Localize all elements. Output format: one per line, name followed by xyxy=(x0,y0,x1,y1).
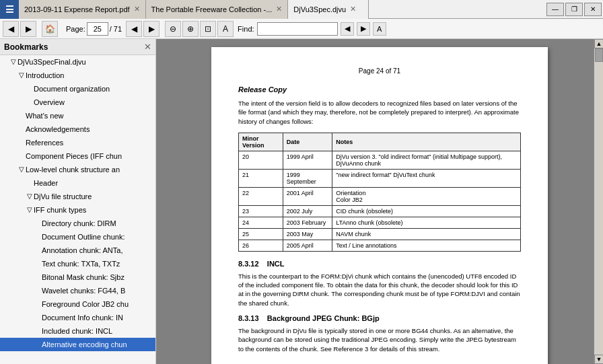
tree-item-label: Low-level chunk structure an xyxy=(26,164,120,175)
tree-item-label: Overview xyxy=(34,97,65,108)
tree-item-fg-color-chunk[interactable]: Foreground Color JB2 chu xyxy=(0,297,155,311)
close-button[interactable]: ✕ xyxy=(584,3,602,16)
title-bar: ☰ 2013-09-11 Expense Report.pdf ✕ The Po… xyxy=(0,0,603,19)
table-header-date: Date xyxy=(283,133,332,151)
table-cell: CID chunk (obsolete) xyxy=(332,205,521,217)
tree-item-label: Document organization xyxy=(34,83,110,94)
find-label: Find: xyxy=(238,25,254,33)
page-number: Page 24 of 71 xyxy=(238,67,521,75)
tree-item-header[interactable]: Header xyxy=(0,176,155,190)
table-cell: 26 xyxy=(239,240,283,251)
table-cell: 2005 April xyxy=(283,240,332,251)
tree-item-component-pieces[interactable]: Component Pieces (IFF chun xyxy=(0,149,155,163)
menu-button[interactable]: ☰ xyxy=(0,0,19,19)
toolbar-back[interactable]: ◀ xyxy=(3,21,19,37)
vertical-scrollbar[interactable]: ▲ ▼ xyxy=(594,39,603,364)
tree-item-acknowledgements[interactable]: Acknowledgements xyxy=(0,122,155,136)
find-prev[interactable]: ◀ xyxy=(341,22,354,36)
tree-item-label: Component Pieces (IFF chun xyxy=(26,151,122,161)
scroll-up-button[interactable]: ▲ xyxy=(594,39,603,48)
tree-item-label: DjVu file structure xyxy=(34,191,92,202)
section-8312-text: This is the counterpart to the FORM:DjVi… xyxy=(238,272,521,307)
tree-item-wavelet-chunk[interactable]: Wavelet chunks: FG44, B xyxy=(0,284,155,297)
tree-item-label: Document Outline chunk: xyxy=(42,231,125,242)
tree-item-label: Directory chunk: DIRM xyxy=(42,218,116,229)
tree-item-annotation-chunk[interactable]: Annotation chunk: ANTa, xyxy=(0,244,155,257)
table-row: 20 1999 April DjVu version 3. "old indir… xyxy=(239,151,521,169)
tab-label: The Portable Freeware Collection -... xyxy=(151,5,273,13)
tab-close-3[interactable]: ✕ xyxy=(350,5,356,13)
tree-item-label: Acknowledgements xyxy=(26,124,90,135)
page-prev[interactable]: ◀ xyxy=(126,21,142,37)
tab-label: DjVu3Spec.djvu xyxy=(293,5,346,13)
tree-item-low-level[interactable]: ▽ Low-level chunk structure an xyxy=(0,163,155,176)
content-area[interactable]: Page 24 of 71 Release Copy The intent of… xyxy=(156,39,603,364)
table-cell: DjVu version 3. "old indirect format" (i… xyxy=(332,151,521,169)
tree-item-djvu-file-structure[interactable]: ▽ DjVu file structure xyxy=(0,190,155,203)
expand-icon: ▽ xyxy=(17,164,26,175)
tabs-area: 2013-09-11 Expense Report.pdf ✕ The Port… xyxy=(19,0,546,19)
tree-item-directory-chunk[interactable]: Directory chunk: DIRM xyxy=(0,217,155,230)
toolbar-home[interactable]: 🏠 xyxy=(42,21,58,37)
tree-item-iff-chunk-types[interactable]: ▽ IFF chunk types xyxy=(0,203,155,217)
table-cell: 1999 September xyxy=(283,169,332,187)
scrollbar-thumb[interactable] xyxy=(595,48,603,62)
tree-item-root[interactable]: ▽ DjVu3SpecFinal.djvu xyxy=(0,55,155,69)
find-next[interactable]: ▶ xyxy=(357,22,370,36)
text-select[interactable]: A xyxy=(217,21,234,37)
table-row: 21 1999 September "new indirect format" … xyxy=(239,169,521,187)
table-cell: 2003 February xyxy=(283,217,332,228)
pdf-page: Page 24 of 71 Release Copy The intent of… xyxy=(211,47,548,364)
tab-portable-freeware[interactable]: The Portable Freeware Collection -... ✕ xyxy=(146,0,289,19)
tree-item-bitmask-chunk[interactable]: Bitonal Mask chunk: Sjbz xyxy=(0,270,155,284)
tree-item-whats-new[interactable]: What's new xyxy=(0,109,155,122)
table-header-notes: Notes xyxy=(332,133,521,151)
tree-item-text-chunk[interactable]: Text chunk: TXTa, TXTz xyxy=(0,257,155,270)
tree-item-label: IFF chunk types xyxy=(34,205,86,215)
tree-item-document-outline[interactable]: Document Outline chunk: xyxy=(0,230,155,244)
table-row: 23 2002 July CID chunk (obsolete) xyxy=(239,205,521,217)
sidebar: Bookmarks ✕ ▽ DjVu3SpecFinal.djvu ▽ Intr… xyxy=(0,39,156,364)
restore-button[interactable]: ❐ xyxy=(565,3,583,16)
tree-item-doc-info-chunk[interactable]: Document Info chunk: IN xyxy=(0,311,155,324)
fit-page[interactable]: ⊡ xyxy=(200,21,216,37)
page-next[interactable]: ▶ xyxy=(143,21,159,37)
sidebar-title: Bookmarks xyxy=(4,42,48,52)
tab-djvu-spec[interactable]: DjVu3Spec.djvu ✕ xyxy=(288,0,369,19)
tree-item-overview[interactable]: Overview xyxy=(0,96,155,109)
window-controls: — ❐ ✕ xyxy=(546,0,603,19)
tree-item-introduction[interactable]: ▽ Introduction xyxy=(0,69,155,82)
tree-item-included-chunk[interactable]: Included chunk: INCL xyxy=(0,324,155,338)
table-cell: 22 xyxy=(239,187,283,205)
toolbar-forward[interactable]: ▶ xyxy=(20,21,36,37)
table-cell: LTAnno chunk (obsolete) xyxy=(332,217,521,228)
zoom-out[interactable]: ⊖ xyxy=(165,21,181,37)
zoom-in[interactable]: ⊕ xyxy=(182,21,199,37)
page-input[interactable] xyxy=(87,22,108,36)
table-cell: Text / Line annotations xyxy=(332,240,521,251)
tab-close-2[interactable]: ✕ xyxy=(276,5,282,13)
tree-item-label: Header xyxy=(34,178,58,188)
tree-item-references[interactable]: References xyxy=(0,136,155,149)
sidebar-close-button[interactable]: ✕ xyxy=(144,42,151,52)
expand-icon: ▽ xyxy=(9,57,17,67)
minimize-button[interactable]: — xyxy=(546,3,564,16)
bookmarks-tree: ▽ DjVu3SpecFinal.djvu ▽ Introduction Doc… xyxy=(0,55,155,364)
page-navigation: Page: / 71 xyxy=(66,22,122,36)
tree-item-label: Alternative encoding chun xyxy=(42,339,127,350)
tree-item-doc-org[interactable]: Document organization xyxy=(0,82,155,96)
scroll-down-button[interactable]: ▼ xyxy=(594,355,603,364)
section-8313-heading: 8.3.13 Background JPEG Chunk: BGjp xyxy=(238,314,521,322)
find-text-icon[interactable]: A xyxy=(373,22,386,36)
section-8312-num: 8.3.12 xyxy=(238,260,259,268)
tree-item-label: Bitonal Mask chunk: Sjbz xyxy=(42,272,125,283)
section-8312-heading: 8.3.12 INCL xyxy=(238,260,521,268)
sidebar-header: Bookmarks ✕ xyxy=(0,39,155,55)
expand-icon: ▽ xyxy=(26,191,34,202)
table-cell: 25 xyxy=(239,228,283,240)
tree-item-alt-encoding-chunk[interactable]: Alternative encoding chun xyxy=(0,338,155,351)
find-input[interactable] xyxy=(257,22,338,36)
tab-expense-report[interactable]: 2013-09-11 Expense Report.pdf ✕ xyxy=(19,0,146,19)
tab-close-1[interactable]: ✕ xyxy=(134,5,140,13)
release-copy-title: Release Copy xyxy=(238,85,521,94)
